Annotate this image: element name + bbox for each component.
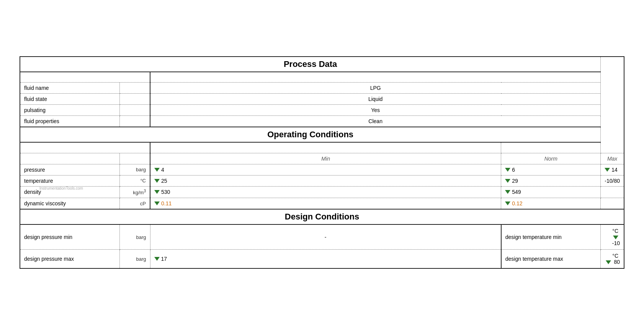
design-pressure-max-label: design pressure max [20,250,119,269]
design-temp-max-unit-value: °C 80 [601,250,624,269]
arrow-viscosity-min [154,202,160,205]
temperature-label: temperature [20,175,119,186]
design-pressure-min-unit: barg [119,224,150,250]
fluid-properties-value: Clean [150,116,601,127]
pressure-norm: 6 [501,164,601,175]
pulsating-value: Yes [150,105,601,116]
arrow-temperature-min [154,179,160,183]
process-data-table: Process Data fluid name LPG fluid state … [20,56,624,269]
temperature-max: -10/80 [601,175,624,186]
design-temp-min-label: design temperature min [501,224,601,250]
design-temp-max-label: design temperature max [501,250,601,269]
arrow-pressure-norm [505,168,510,172]
fluid-name-value: LPG [150,83,601,94]
col-min-header: Min [150,153,501,164]
fluid-name-label: fluid name [20,83,119,94]
design-pressure-min-label: design pressure min [20,224,119,250]
arrow-pressure-max [605,168,610,172]
pressure-min: 4 [150,164,501,175]
viscosity-min: 0.11 [150,198,501,210]
pulsating-label: pulsating [20,105,119,116]
temperature-norm: 29 [501,175,601,186]
density-min: 530 [150,186,501,198]
oc-empty-label [20,153,119,164]
density-norm: 549 [501,186,601,198]
pressure-unit: barg [119,164,150,175]
viscosity-label: dynamic viscosity [20,198,119,210]
fluid-properties-label: fluid properties [20,116,119,127]
fluid-state-label: fluid state [20,94,119,105]
viscosity-unit: cP [119,198,150,210]
col-norm-header: Norm [501,153,601,164]
arrow-density-norm [505,190,510,194]
design-conditions-header: Design Conditions [20,209,624,224]
arrow-design-temp-min [613,236,618,239]
density-max [601,186,624,198]
pressure-label: pressure [20,164,119,175]
design-temp-min-unit: °C -10 [601,224,624,250]
arrow-design-temp-max [606,260,611,264]
fluid-state-value: Liquid [150,94,601,105]
design-pressure-max-unit: barg [119,250,150,269]
pressure-max: 14 [601,164,624,175]
watermark-text: InstrumentationTools.com [39,186,83,190]
arrow-viscosity-norm [505,202,510,205]
design-pressure-max-value: 17 [150,250,501,269]
arrow-design-pressure-max [154,257,160,261]
oc-empty-unit [119,153,150,164]
viscosity-max [601,198,624,210]
temperature-min: 25 [150,175,501,186]
operating-conditions-header: Operating Conditions [20,127,601,142]
arrow-pressure-min [154,168,160,172]
viscosity-norm: 0.12 [501,198,601,210]
arrow-temperature-norm [505,179,510,183]
density-unit: kg/m3 [119,186,150,198]
design-pressure-min-value: - [150,224,501,250]
col-max-header: Max [601,153,624,164]
process-data-header: Process Data [20,57,601,72]
temperature-unit: °C [119,175,150,186]
arrow-density-min [154,190,160,194]
